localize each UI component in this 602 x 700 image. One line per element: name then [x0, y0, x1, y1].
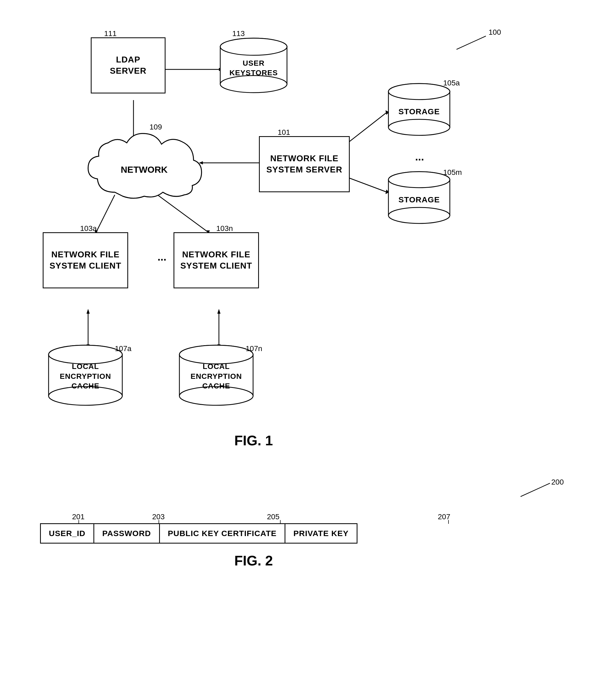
ref-103a: 103a — [80, 224, 97, 233]
ref-111: 111 — [104, 29, 117, 38]
svg-marker-21 — [217, 309, 221, 314]
ref-107n: 107n — [246, 344, 262, 353]
fig2-label: FIG. 2 — [214, 553, 294, 569]
fig1-label: FIG. 1 — [214, 432, 294, 449]
local-cache-a-cyl: LOCAL ENCRYPTION CACHE — [47, 344, 124, 406]
network-label: NETWORK — [121, 165, 168, 175]
ref-203: 203 — [152, 512, 165, 521]
svg-point-31 — [388, 83, 450, 100]
ldap-server-box: LDAP SERVER — [91, 38, 166, 94]
svg-marker-18 — [86, 309, 90, 314]
storage-a-cyl: STORAGE — [387, 83, 451, 136]
svg-line-22 — [456, 36, 486, 49]
col3-header: PUBLIC KEY CERTIFICATE — [159, 524, 285, 543]
ref-105a: 105a — [443, 79, 460, 87]
col2-header: PASSWORD — [94, 524, 159, 543]
ref-109: 109 — [150, 123, 162, 131]
user-keystores-cyl: USER KEYSTORES — [219, 38, 288, 94]
ref-205: 205 — [267, 512, 279, 521]
nfs-client-a-box: NETWORK FILE SYSTEM CLIENT — [43, 232, 128, 288]
svg-point-27 — [220, 38, 287, 55]
diagram-container: 100 LDAP SERVER 111 USER KEYSTORES 113 N… — [0, 0, 602, 700]
network-cloud: NETWORK — [83, 128, 205, 211]
nfs-server-box: NETWORK FILE SYSTEM SERVER — [259, 136, 350, 192]
svg-line-23 — [521, 483, 550, 497]
ref-103n: 103n — [216, 224, 233, 233]
svg-line-8 — [344, 112, 387, 146]
storage-dots: ... — [415, 151, 424, 163]
svg-point-34 — [388, 207, 450, 223]
svg-point-26 — [220, 76, 287, 93]
local-cache-n-cyl: LOCAL ENCRYPTION CACHE — [178, 344, 255, 406]
storage-m-cyl: STORAGE — [387, 171, 451, 224]
ref-107a: 107a — [115, 344, 131, 353]
nfs-client-n-box: NETWORK FILE SYSTEM CLIENT — [174, 232, 259, 288]
ref-101: 101 — [278, 128, 290, 137]
col1-header: USER_ID — [41, 524, 94, 543]
svg-point-30 — [388, 119, 450, 135]
ref-100: 100 — [488, 28, 501, 36]
col4-header: PRIVATE KEY — [285, 524, 357, 543]
ref-201: 201 — [72, 512, 85, 521]
ref-105m: 105m — [443, 168, 462, 177]
svg-line-10 — [344, 176, 387, 192]
client-dots: ... — [157, 251, 166, 263]
ref-207: 207 — [438, 512, 450, 521]
ref-200: 200 — [551, 478, 564, 486]
ref-113: 113 — [232, 29, 245, 38]
fig2-table: USER_ID PASSWORD PUBLIC KEY CERTIFICATE … — [40, 523, 357, 544]
svg-point-35 — [388, 172, 450, 188]
